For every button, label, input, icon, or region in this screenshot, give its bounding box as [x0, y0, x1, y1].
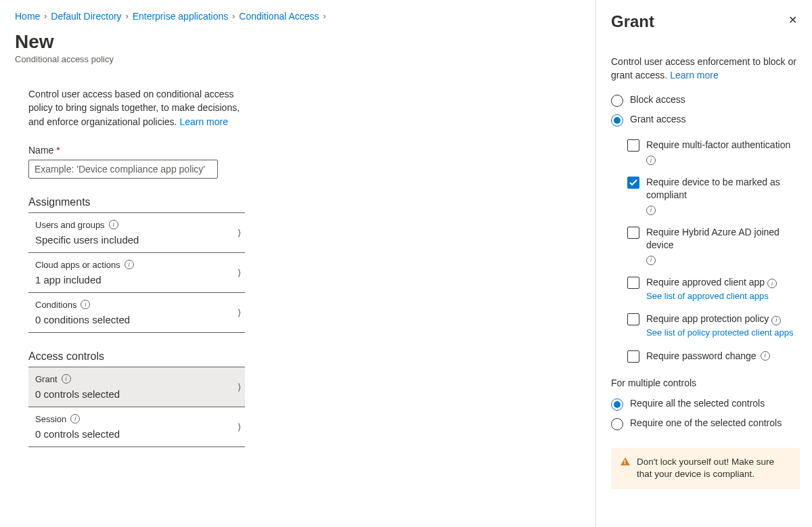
row-value: 1 app included	[35, 274, 242, 285]
access-controls-grant[interactable]: Grant 0 controls selected ⟩	[28, 367, 245, 407]
assignments-users-and-groups[interactable]: Users and groups Specific users included…	[28, 213, 245, 253]
content-column: Control user access based on conditional…	[28, 87, 245, 447]
radio-icon	[611, 95, 623, 107]
row-label: Grant	[35, 374, 58, 384]
radio-label: Require all the selected controls	[630, 398, 765, 409]
radio-grant-access[interactable]: Grant access	[611, 114, 800, 127]
panel-intro: Control user access enforcement to block…	[611, 55, 800, 82]
chevron-right-icon: ⟩	[238, 267, 241, 278]
info-icon[interactable]	[125, 260, 134, 269]
info-icon[interactable]	[767, 279, 777, 288]
access-controls-header: Access controls	[28, 350, 245, 367]
approved-client-apps-link[interactable]: See list of approved client apps	[646, 290, 777, 302]
chevron-right-icon: ⟩	[238, 227, 241, 238]
policy-protected-apps-link[interactable]: See list of policy protected client apps	[646, 327, 794, 339]
info-icon[interactable]	[771, 316, 781, 325]
checkbox-icon	[627, 177, 639, 189]
info-icon[interactable]	[646, 156, 656, 165]
page-subtitle: Conditional access policy	[15, 54, 579, 64]
row-label: Conditions	[35, 300, 76, 310]
info-icon[interactable]	[761, 351, 770, 361]
grant-controls-list: Require multi-factor authentication Requ…	[627, 139, 800, 362]
checkbox-label: Require Hybrid Azure AD joined device	[646, 226, 800, 252]
info-icon[interactable]	[109, 220, 118, 229]
checkbox-label: Require device to be marked as compliant	[646, 176, 800, 202]
intro-text: Control user access based on conditional…	[28, 87, 245, 129]
close-button[interactable]: ✕	[786, 12, 800, 28]
checkbox-label: Require approved client app	[646, 277, 765, 288]
check-require-compliant-device[interactable]: Require device to be marked as compliant	[627, 176, 800, 215]
row-label: Users and groups	[35, 220, 105, 230]
checkbox-label: Require app protection policy	[646, 313, 769, 324]
panel-title: Grant	[611, 12, 654, 31]
main-panel: Home › Default Directory › Enterprise ap…	[0, 0, 595, 527]
multiple-controls-header: For multiple controls	[611, 377, 800, 388]
chevron-right-icon: ⟩	[238, 382, 241, 392]
radio-label: Grant access	[630, 114, 685, 124]
checkbox-icon	[627, 139, 639, 152]
radio-block-access[interactable]: Block access	[611, 94, 800, 107]
warning-icon	[621, 457, 630, 465]
chevron-right-icon: ›	[44, 12, 47, 21]
row-value: 0 conditions selected	[35, 314, 242, 325]
close-icon: ✕	[788, 14, 797, 26]
info-icon[interactable]	[646, 256, 656, 265]
info-icon[interactable]	[81, 300, 90, 309]
chevron-right-icon: ›	[126, 12, 129, 21]
checkbox-label: Require password change	[646, 350, 757, 363]
info-icon[interactable]	[70, 414, 80, 423]
assignments-cloud-apps[interactable]: Cloud apps or actions 1 app included ⟩	[28, 253, 245, 293]
warning-banner: Don't lock yourself out! Make sure that …	[611, 448, 800, 490]
checkbox-icon	[627, 350, 639, 363]
radio-label: Block access	[630, 94, 685, 105]
row-value: 0 controls selected	[35, 388, 242, 400]
breadcrumb-default-directory[interactable]: Default Directory	[51, 11, 121, 22]
row-value: 0 controls selected	[35, 428, 242, 440]
radio-require-one-control[interactable]: Require one of the selected controls	[611, 417, 800, 430]
breadcrumb-enterprise-applications[interactable]: Enterprise applications	[133, 11, 229, 22]
radio-label: Require one of the selected controls	[630, 417, 782, 428]
chevron-right-icon: ›	[323, 12, 326, 21]
panel-learn-more-link[interactable]: Learn more	[670, 70, 719, 81]
name-input[interactable]	[28, 160, 218, 179]
name-label: Name*	[28, 145, 245, 156]
chevron-right-icon: ›	[232, 12, 235, 21]
check-require-hybrid-aad[interactable]: Require Hybrid Azure AD joined device	[627, 226, 800, 265]
breadcrumb: Home › Default Directory › Enterprise ap…	[15, 11, 579, 22]
warning-text: Don't lock yourself out! Make sure that …	[637, 456, 790, 482]
chevron-right-icon: ⟩	[238, 307, 241, 318]
assignments-header: Assignments	[28, 196, 245, 213]
row-value: Specific users included	[35, 234, 242, 246]
checkbox-label: Require multi-factor authentication	[646, 139, 790, 152]
check-require-app-protection-policy[interactable]: Require app protection policy See list o…	[627, 313, 800, 338]
radio-icon	[611, 398, 623, 411]
access-controls-session[interactable]: Session 0 controls selected ⟩	[28, 407, 245, 447]
radio-icon	[611, 418, 623, 430]
row-label: Session	[35, 414, 66, 424]
breadcrumb-conditional-access[interactable]: Conditional Access	[239, 11, 319, 22]
check-require-password-change[interactable]: Require password change	[627, 350, 800, 363]
chevron-right-icon: ⟩	[238, 421, 241, 432]
radio-require-all-controls[interactable]: Require all the selected controls	[611, 398, 800, 411]
info-icon[interactable]	[646, 206, 656, 215]
radio-icon	[611, 114, 623, 127]
checkbox-icon	[627, 277, 639, 289]
page-title: New	[15, 31, 579, 53]
assignments-conditions[interactable]: Conditions 0 conditions selected ⟩	[28, 293, 245, 333]
check-require-mfa[interactable]: Require multi-factor authentication	[627, 139, 800, 165]
learn-more-link[interactable]: Learn more	[179, 116, 228, 127]
breadcrumb-home[interactable]: Home	[15, 11, 40, 22]
grant-panel: Grant ✕ Control user access enforcement …	[595, 0, 812, 527]
checkbox-icon	[627, 227, 639, 239]
row-label: Cloud apps or actions	[35, 260, 120, 270]
info-icon[interactable]	[62, 374, 71, 384]
checkbox-icon	[627, 313, 639, 325]
check-require-approved-client-app[interactable]: Require approved client app See list of …	[627, 276, 800, 302]
